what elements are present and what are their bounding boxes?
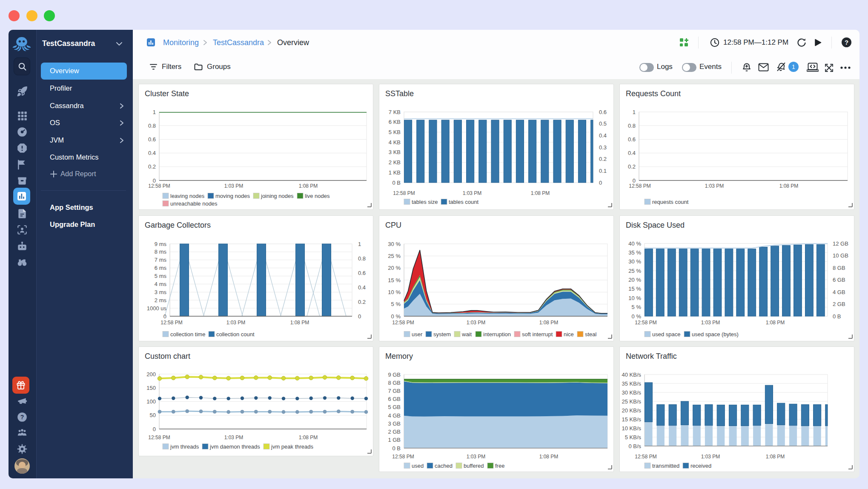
svg-text:steal: steal — [585, 331, 597, 337]
svg-text:0: 0 — [153, 426, 156, 432]
svg-text:35 %: 35 % — [628, 249, 641, 256]
svg-text:5 %: 5 % — [391, 301, 401, 307]
svg-text:10 KB/s: 10 KB/s — [622, 425, 641, 432]
svg-text:150: 150 — [146, 385, 156, 391]
svg-text:5 GB: 5 GB — [388, 404, 401, 410]
svg-text:10 %: 10 % — [628, 295, 641, 301]
svg-text:12:58 PM: 12:58 PM — [635, 320, 656, 326]
svg-text:requests count: requests count — [652, 199, 689, 205]
svg-text:0.2: 0.2 — [628, 163, 636, 170]
svg-text:interruption: interruption — [483, 331, 511, 337]
svg-text:system: system — [433, 331, 451, 337]
svg-text:0 B: 0 B — [392, 445, 401, 452]
svg-text:12:58 PM: 12:58 PM — [393, 190, 415, 196]
svg-text:0.1: 0.1 — [599, 168, 607, 174]
svg-text:35 KB/s: 35 KB/s — [622, 380, 641, 387]
svg-text:8 GB: 8 GB — [833, 265, 845, 271]
svg-text:3 KB: 3 KB — [389, 149, 401, 155]
svg-text:4 GB: 4 GB — [833, 289, 845, 295]
svg-text:9 GB: 9 GB — [388, 372, 401, 378]
svg-text:12:58 PM: 12:58 PM — [148, 183, 170, 189]
svg-text:transmitted: transmitted — [652, 463, 679, 469]
svg-text:leaving nodes: leaving nodes — [170, 193, 205, 199]
svg-text:0.2: 0.2 — [358, 299, 366, 305]
svg-text:15 %: 15 % — [628, 286, 641, 292]
svg-text:3 ms: 3 ms — [155, 289, 167, 295]
svg-text:1:03 PM: 1:03 PM — [463, 190, 482, 196]
svg-text:30 %: 30 % — [388, 241, 401, 247]
svg-text:15 KB/s: 15 KB/s — [622, 416, 641, 423]
svg-text:1:03 PM: 1:03 PM — [705, 183, 724, 189]
svg-text:user: user — [412, 331, 423, 337]
svg-text:0.8: 0.8 — [148, 123, 156, 129]
svg-text:9 ms: 9 ms — [155, 241, 167, 247]
svg-text:0.4: 0.4 — [148, 150, 156, 156]
svg-text:joining nodes: joining nodes — [261, 193, 294, 199]
svg-text:4 KB: 4 KB — [389, 139, 401, 146]
svg-text:30 KB/s: 30 KB/s — [622, 389, 641, 396]
svg-text:1: 1 — [633, 109, 636, 115]
svg-text:used space (bytes): used space (bytes) — [692, 331, 739, 337]
svg-text:25 %: 25 % — [388, 253, 401, 259]
svg-text:6 GB: 6 GB — [833, 277, 845, 283]
svg-text:7 ms: 7 ms — [155, 257, 167, 263]
svg-text:5 %: 5 % — [632, 304, 642, 310]
svg-text:25 %: 25 % — [628, 268, 641, 274]
svg-text:100: 100 — [146, 398, 156, 405]
svg-text:20 %: 20 % — [388, 265, 401, 271]
svg-text:50: 50 — [150, 412, 156, 418]
svg-text:1:03 PM: 1:03 PM — [226, 320, 246, 326]
svg-text:cached: cached — [435, 463, 453, 469]
svg-text:1:08 PM: 1:08 PM — [539, 320, 559, 326]
svg-text:0.4: 0.4 — [358, 284, 366, 291]
svg-text:4 GB: 4 GB — [388, 412, 401, 419]
svg-text:1000 us: 1000 us — [147, 305, 167, 312]
svg-text:?: ? — [20, 414, 24, 420]
svg-text:received: received — [690, 463, 711, 469]
svg-text:nice: nice — [564, 331, 574, 337]
svg-text:10 GB: 10 GB — [833, 252, 848, 259]
svg-text:1:08 PM: 1:08 PM — [299, 435, 318, 440]
svg-text:6 ms: 6 ms — [155, 265, 167, 271]
svg-text:6 GB: 6 GB — [388, 396, 401, 402]
svg-text:0.6: 0.6 — [148, 136, 156, 143]
svg-text:jvm threads: jvm threads — [170, 443, 199, 450]
svg-text:1:08 PM: 1:08 PM — [531, 190, 550, 196]
svg-text:unreachable nodes: unreachable nodes — [170, 200, 218, 207]
svg-text:0.5: 0.5 — [599, 120, 607, 127]
svg-text:2 ms: 2 ms — [155, 297, 167, 303]
svg-text:moving nodes: moving nodes — [215, 193, 250, 199]
svg-text:0.4: 0.4 — [599, 132, 607, 139]
svg-text:5 KB/s: 5 KB/s — [625, 434, 642, 440]
svg-text:1:08 PM: 1:08 PM — [766, 320, 785, 326]
svg-text:tables size: tables size — [412, 199, 438, 205]
svg-text:0.6: 0.6 — [599, 109, 607, 115]
svg-text:2 GB: 2 GB — [833, 301, 845, 307]
svg-text:0: 0 — [358, 313, 361, 320]
svg-text:0: 0 — [599, 180, 602, 186]
svg-text:0.8: 0.8 — [628, 123, 636, 129]
svg-text:0: 0 — [163, 313, 166, 320]
svg-text:1:03 PM: 1:03 PM — [467, 320, 486, 326]
svg-text:0.8: 0.8 — [358, 255, 366, 262]
svg-text:1:03 PM: 1:03 PM — [701, 454, 720, 460]
svg-text:7 KB: 7 KB — [389, 109, 401, 115]
svg-text:0 B: 0 B — [833, 313, 841, 320]
svg-text:wait: wait — [461, 331, 472, 337]
svg-text:used space: used space — [652, 331, 681, 337]
svg-text:collection count: collection count — [216, 331, 255, 337]
svg-text:0.6: 0.6 — [358, 270, 366, 276]
svg-text:1:03 PM: 1:03 PM — [224, 183, 243, 189]
svg-text:12:58 PM: 12:58 PM — [160, 320, 182, 326]
svg-text:6 KB: 6 KB — [389, 119, 401, 125]
svg-text:5 ms: 5 ms — [155, 273, 167, 279]
svg-text:12 GB: 12 GB — [833, 240, 848, 247]
svg-text:2 GB: 2 GB — [388, 429, 401, 435]
svg-text:40 KB/s: 40 KB/s — [622, 372, 641, 378]
svg-text:0 B/s: 0 B/s — [628, 443, 641, 449]
svg-text:used: used — [412, 463, 424, 469]
svg-text:5 KB: 5 KB — [389, 129, 401, 135]
svg-text:buffered: buffered — [464, 463, 484, 469]
svg-text:live nodes: live nodes — [305, 193, 330, 199]
svg-text:20 KB/s: 20 KB/s — [622, 407, 641, 414]
